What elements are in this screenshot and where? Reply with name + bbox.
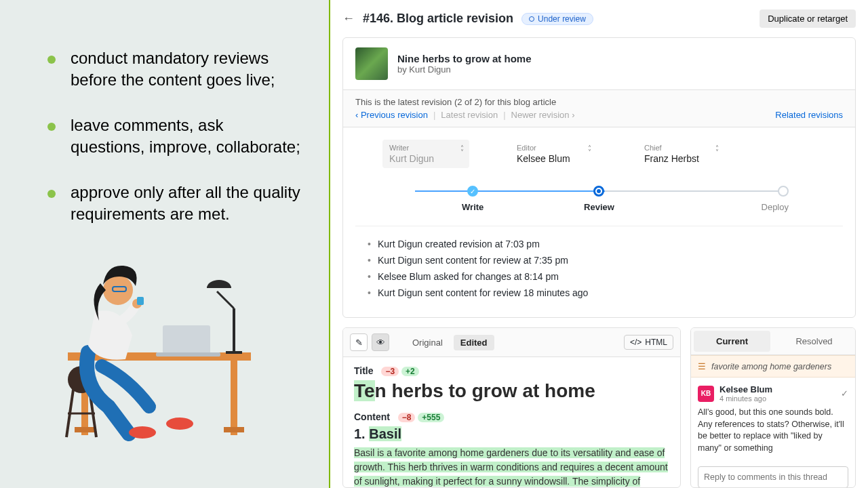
editor-toolbar: ✎ 👁 Original Edited </>HTML [343,328,680,357]
role-value: Kurt Digun [389,153,462,164]
illustration-person-at-desk [47,251,264,454]
header-row: ← #146. Blog article revision Under revi… [342,9,856,28]
article-header: Nine herbs to grow at home by Kurt Digun [343,38,855,89]
bullet-text: approve only after all the quality requi… [71,182,302,226]
content-field-row: Content −8 +555 [354,411,669,422]
role-editor-select[interactable]: Editor Kelsee Blum ˄˅ [510,140,597,168]
edit-icon[interactable]: ✎ [350,333,368,351]
roles-block: Writer Kurt Digun ˄˅ Editor Kelsee Blum … [343,127,855,317]
svg-rect-17 [137,297,144,305]
svg-rect-6 [156,352,220,357]
comments-tabs: Current Resolved [691,328,855,355]
editor-body: Title −3 +2 Ten herbs to grow at home Co… [343,357,680,487]
bullet-list: conduct mandatory reviews before the con… [47,47,302,225]
revision-nav: ‹ Previous revision | Latest revision | … [355,110,843,120]
role-writer-select[interactable]: Writer Kurt Digun ˄˅ [382,140,469,168]
status-badge: Under review [521,13,593,25]
diff-added-badge: +2 [401,367,419,376]
svg-rect-5 [163,325,210,355]
page-title: #146. Blog article revision [363,12,513,26]
timeline-node-write [467,186,478,197]
role-chief-select[interactable]: Chief Franz Herbst ˄˅ [637,140,724,168]
event-item: Kurt Digun sent content for review at 7:… [368,252,831,268]
latest-revision-link: Latest revision [441,110,498,120]
svg-rect-3 [75,427,95,432]
tab-resolved[interactable]: Resolved [776,331,852,352]
comment-context-quote: ☰ favorite among home gardeners [691,355,855,378]
bullet-dot [47,123,56,131]
bullet-item: leave comments, ask questions, improve, … [47,115,302,159]
timeline-label: Write [462,202,484,212]
title-field-row: Title −3 +2 [354,365,669,376]
bullet-text: conduct mandatory reviews before the con… [71,47,302,92]
event-log: Kurt Digun created revision at 7:03 pm K… [355,226,843,310]
timeline-label: Deploy [762,202,789,212]
workflow-timeline: Write Review Deploy [410,186,789,212]
svg-point-14 [129,426,156,439]
avatar: KB [698,386,714,402]
newer-revision-link: Newer revision › [511,110,575,120]
article-thumbnail [355,47,388,80]
previous-revision-link[interactable]: ‹ Previous revision [355,110,428,120]
bullet-dot [47,56,56,64]
preview-icon[interactable]: 👁 [372,333,389,351]
comments-pane: Current Resolved ☰ favorite among home g… [690,327,856,488]
svg-rect-4 [224,427,244,432]
updown-icon: ˄˅ [588,146,591,155]
paragraph: Basil is a favorite among home gardeners… [354,446,669,487]
comment-author: Kelsee Blum [719,384,772,394]
role-value: Kelsee Blum [517,153,590,164]
field-label-title: Title [354,365,374,376]
app-pane: ← #146. Blog article revision Under revi… [330,0,868,488]
diff-added-badge: +555 [418,413,444,422]
diff-removed-badge: −3 [381,367,399,376]
updown-icon: ˄˅ [715,146,719,155]
revision-info: This is the latest revision (2 of 2) for… [343,89,855,127]
svg-line-7 [217,291,234,308]
resolve-check-icon[interactable]: ✓ [841,388,848,399]
marketing-pane: conduct mandatory reviews before the con… [0,0,330,488]
role-label: Chief [644,144,717,152]
event-item: Kurt Digun created revision at 7:03 pm [368,236,831,252]
svg-rect-2 [231,361,237,435]
updown-icon: ˄˅ [460,146,464,155]
timeline-label: Review [584,202,614,212]
html-toggle[interactable]: </>HTML [624,335,673,350]
tab-current[interactable]: Current [694,331,770,352]
reply-box [698,466,848,488]
svg-rect-8 [233,308,235,352]
svg-point-15 [166,418,193,430]
field-label-content: Content [354,411,390,422]
article-title: Nine herbs to grow at home [397,53,532,64]
reply-input[interactable] [698,466,848,488]
svg-rect-9 [226,351,242,354]
diff-removed-badge: −8 [398,413,416,422]
document-title: Ten herbs to grow at home [354,380,669,402]
comment-time: 4 minutes ago [719,394,772,403]
revision-card: Nine herbs to grow at home by Kurt Digun… [342,37,856,318]
comment-item: KB Kelsee Blum 4 minutes ago ✓ All's goo… [691,378,855,461]
role-value: Franz Herbst [644,153,717,164]
role-label: Writer [389,144,462,152]
status-badge-label: Under review [538,14,586,24]
bullet-text: leave comments, ask questions, improve, … [71,115,302,159]
related-revisions-link[interactable]: Related revisions [775,110,843,120]
duplicate-button[interactable]: Duplicate or retarget [760,9,856,28]
event-item: Kelsee Blum asked for changes at 8:14 pm [368,268,831,285]
code-icon: </> [630,338,642,347]
role-label: Editor [517,144,590,152]
quote-icon: ☰ [698,361,706,371]
document-section: 1. Basil Basil is a favorite among home … [354,426,669,487]
bullet-dot [47,190,56,198]
timeline-node-review [593,186,604,197]
tab-edited[interactable]: Edited [454,335,494,350]
editor-pane: ✎ 👁 Original Edited </>HTML Title −3 +2 … [342,327,681,488]
section-heading: 1. Basil [354,426,669,442]
bullet-item: conduct mandatory reviews before the con… [47,47,302,92]
bullet-item: approve only after all the quality requi… [47,182,302,226]
article-byline: by Kurt Digun [397,64,532,75]
back-arrow-icon[interactable]: ← [342,12,355,26]
tab-original[interactable]: Original [406,335,450,350]
event-item: Kurt Digun sent content for review 18 mi… [368,285,831,301]
status-dot-icon [529,16,534,22]
